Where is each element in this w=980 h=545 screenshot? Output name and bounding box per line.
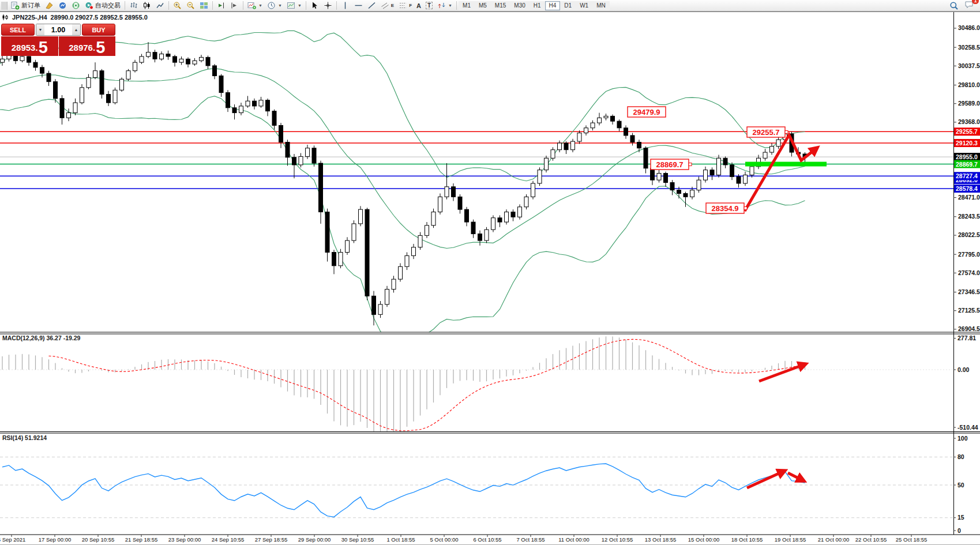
text-tool-button[interactable]: A (414, 1, 423, 11)
horizontal-line-tool-button[interactable] (352, 1, 365, 11)
signals-button[interactable] (69, 1, 82, 11)
candle-body (133, 62, 137, 71)
volume-increase-button[interactable]: ▲ (72, 24, 80, 35)
date-label: 11 Oct 00:00 (558, 536, 589, 543)
toolbar-separator (336, 1, 337, 10)
timeframe-d1-button[interactable]: D1 (560, 1, 576, 10)
timeframe-m15-button[interactable]: M15 (491, 1, 510, 10)
auto-scroll-button[interactable] (215, 1, 228, 11)
timeframe-w1-button[interactable]: W1 (576, 1, 592, 10)
auto-scroll-icon (217, 1, 226, 10)
styler-button[interactable] (43, 1, 56, 11)
timeframe-h1-button[interactable]: H1 (530, 1, 545, 10)
candle-body (551, 150, 555, 159)
sell-button[interactable]: SELL (1, 24, 35, 36)
candle-body (60, 99, 64, 118)
bollinger-band-u (0, 31, 805, 181)
timeframe-m30-button[interactable]: M30 (510, 1, 529, 10)
price-callout-label[interactable]: 29255.7 (747, 127, 788, 137)
timeframe-mn-button[interactable]: MN (592, 1, 610, 10)
arrows-tool-icon (437, 1, 446, 10)
search-button[interactable] (947, 1, 961, 11)
candle-body (365, 209, 369, 296)
candle-body (478, 234, 482, 240)
candle-body (272, 111, 276, 126)
svg-text:28578.4: 28578.4 (956, 185, 978, 192)
market-watch-button[interactable] (56, 1, 69, 11)
buy-price-display[interactable]: 28976. 5 (59, 36, 116, 56)
trendline-icon (367, 1, 376, 10)
candle-body (412, 247, 416, 256)
zoom-in-button[interactable] (171, 1, 184, 11)
date-label: 29 Sep 00:00 (298, 536, 331, 543)
candle-body (458, 197, 462, 209)
date-label: 19 Oct 18:55 (775, 536, 806, 543)
fibonacci-tool-button[interactable]: F (396, 1, 414, 11)
autotrading-button[interactable]: 自动交易 (82, 1, 123, 11)
notifications-button[interactable]: 1 (964, 0, 974, 12)
timeframe-m5-button[interactable]: M5 (475, 1, 491, 10)
periods-button[interactable]: ▼ (265, 1, 284, 11)
candle-body (1, 59, 5, 62)
rsi-tick-label: 0 (958, 527, 961, 534)
chart-ohlc-values: 28990.0 29027.5 28952.5 28955.0 (51, 14, 148, 21)
new-order-label: 新订单 (21, 1, 40, 10)
line-chart-button[interactable] (153, 1, 167, 11)
candle-body (630, 136, 634, 142)
templates-button[interactable]: ▼ (284, 1, 304, 11)
toolbar-separator (456, 1, 457, 10)
chart-canvas[interactable]: 29479.929255.728869.728354.930486.030258… (0, 0, 980, 545)
toolbar-separator (168, 1, 169, 10)
trend-arrow[interactable] (788, 473, 804, 481)
candle-body (80, 88, 84, 103)
candle-body (730, 165, 734, 176)
candle-body (604, 116, 608, 118)
price-callout-label[interactable]: 29479.9 (628, 107, 666, 117)
svg-text:28869.7: 28869.7 (656, 160, 684, 169)
buy-price-main: 28976. (69, 40, 95, 55)
text-label-tool-button[interactable]: T (423, 1, 435, 11)
candle-body (717, 158, 721, 175)
candle-body (20, 57, 24, 61)
candle-body (545, 158, 549, 170)
new-order-icon (11, 1, 20, 10)
candle-body (153, 52, 157, 59)
line-chart-icon (156, 1, 164, 10)
channel-tool-button[interactable]: E (378, 1, 396, 11)
price-callout-label[interactable]: 28869.7 (651, 159, 692, 170)
candle-body (405, 255, 409, 266)
timeframe-m1-button[interactable]: M1 (459, 1, 475, 10)
candle-body (325, 212, 329, 253)
candle-body (385, 290, 389, 305)
candle-body (637, 142, 641, 148)
price-callout-label[interactable]: 28354.9 (706, 203, 747, 213)
candle-body (684, 193, 688, 197)
new-order-button[interactable]: 新订单 (9, 1, 43, 11)
volume-decrease-button[interactable]: ▼ (36, 24, 44, 35)
rsi-tick-label: 100 (958, 435, 968, 442)
zoom-out-button[interactable] (184, 1, 197, 11)
chart-shift-button[interactable] (228, 1, 241, 11)
volume-input[interactable] (44, 24, 72, 35)
tile-windows-button[interactable] (197, 1, 211, 11)
crosshair-button[interactable] (321, 1, 335, 11)
timeframe-h4-button[interactable]: H4 (545, 1, 561, 10)
new-chart-button[interactable]: ▼ (245, 1, 265, 11)
trendline-tool-button[interactable] (365, 1, 378, 11)
date-label: 15 Oct 00:00 (688, 536, 719, 543)
vertical-line-tool-button[interactable] (339, 1, 352, 11)
bar-chart-button[interactable] (127, 1, 140, 11)
candle-body (690, 190, 694, 197)
candlestick-chart-button[interactable] (140, 1, 153, 11)
date-label: 30 Sep 10:55 (341, 536, 374, 543)
candle-body (312, 148, 316, 163)
candle-body (346, 240, 350, 252)
chart-symbol-icon (2, 14, 9, 21)
cursor-button[interactable] (308, 1, 321, 11)
price-tick-label: 29368.0 (958, 118, 980, 125)
arrows-tool-button[interactable]: ▼ (435, 1, 455, 11)
trend-arrow[interactable] (759, 364, 806, 381)
sell-price-display[interactable]: 28953. 5 (1, 36, 58, 56)
support-zone-band[interactable] (745, 162, 827, 167)
buy-button[interactable]: BUY (82, 24, 115, 36)
